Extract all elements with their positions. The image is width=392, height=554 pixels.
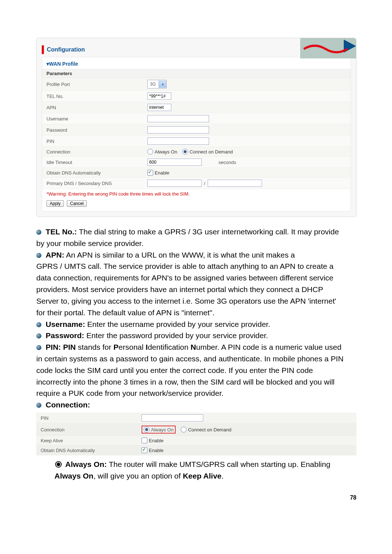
row2-pin: PIN [36, 413, 356, 424]
label-dns-pair: Primary DNS / Secondary DNS [46, 181, 147, 186]
idle-timeout-unit: seconds [219, 160, 236, 165]
row-dns-auto: Obtain DNS Automatically Enable [42, 168, 351, 178]
connection-screenshot: PIN Connection Always On Connect on Dema… [36, 413, 356, 455]
label-profile-port: Profile Port [46, 82, 147, 87]
bullet-icon [36, 253, 41, 258]
pin-input[interactable] [147, 138, 209, 145]
row-dns-pair: Primary DNS / Secondary DNS / [42, 178, 351, 189]
tel-no-input[interactable] [147, 93, 171, 100]
radio-connect-on-demand[interactable] [182, 149, 188, 155]
ring-bullet-icon [55, 461, 62, 468]
bullet-icon [36, 230, 41, 235]
row-username: Username [42, 113, 351, 124]
chk2-dns-auto[interactable] [142, 447, 147, 453]
secondary-dns-input[interactable] [208, 180, 262, 187]
term-apn: APN: [46, 251, 64, 259]
apn-input[interactable] [147, 104, 171, 111]
bullet-icon [36, 345, 41, 350]
radio2-connect-on-demand[interactable] [181, 427, 187, 432]
profile-port-select[interactable]: 3G ▾ [147, 80, 167, 89]
chk-dns-auto[interactable] [147, 170, 153, 176]
label-username: Username [46, 116, 147, 122]
dns-separator: / [204, 181, 205, 186]
label-apn: APN [46, 105, 147, 110]
bullet-icon [36, 322, 41, 327]
row-idle-timeout: Idle Timeout seconds [42, 157, 351, 168]
parameters-heading: Parameters [42, 69, 351, 78]
label-pin: PIN [46, 139, 147, 144]
term-pin: PIN: [46, 343, 61, 351]
primary-dns-input[interactable] [147, 180, 202, 187]
description-text: TEL No.: The dial string to make a GPRS … [36, 226, 356, 410]
label2-dns-auto: Obtain DNS Automatically [41, 448, 142, 453]
label-dns-auto: Obtain DNS Automatically [46, 170, 147, 176]
screenshot-header: Configuration [42, 42, 351, 57]
term-always-on: Always On: [65, 460, 107, 468]
row-apn: APN [42, 102, 351, 113]
term-connection: Connection: [46, 401, 90, 409]
label-idle-timeout: Idle Timeout [46, 160, 147, 165]
config-screenshot: Configuration ▾WAN Profile Parameters Pr… [36, 38, 356, 217]
row-password: Password [42, 124, 351, 136]
wan-profile-panel: ▾WAN Profile Parameters Profile Port 3G … [42, 57, 351, 212]
label2-pin: PIN [41, 415, 142, 421]
label-password: Password [46, 127, 147, 133]
always-on-description: Always On: The router will make UMTS/GPR… [36, 459, 356, 481]
page-number: 78 [36, 495, 356, 501]
row-connection: Connection Always On Connect on Demand [42, 147, 351, 157]
label-connection: Connection [46, 149, 147, 155]
header-accent-bar [42, 45, 44, 54]
row-tel-no: TEL No. [42, 91, 351, 102]
term-username: Username: [46, 320, 85, 328]
label2-keep-alive: Keep Alive [41, 438, 142, 443]
term-tel-no: TEL No.: [46, 227, 77, 236]
highlight-always-on: Always On [142, 426, 176, 434]
idle-timeout-input[interactable] [147, 159, 202, 166]
row-profile-port: Profile Port 3G ▾ [42, 78, 351, 91]
header-title: Configuration [47, 46, 85, 53]
row2-dns-auto: Obtain DNS Automatically Enable [36, 446, 356, 455]
opt-always-on: Always On [155, 149, 177, 155]
apply-button[interactable]: Apply [46, 200, 64, 207]
radio2-always-on[interactable] [144, 427, 150, 432]
section-title[interactable]: ▾WAN Profile [42, 61, 351, 69]
chevron-down-icon[interactable]: ▾ [159, 81, 166, 88]
opt-connect-on-demand: Connect on Demand [189, 149, 233, 155]
pin-warning: *Warning: Entering the wrong PIN code th… [42, 189, 351, 197]
label-tel-no: TEL No. [46, 94, 147, 99]
row2-keep-alive: Keep Alive Enable [36, 436, 356, 446]
radio-always-on[interactable] [147, 149, 153, 155]
bullet-icon [36, 333, 41, 338]
chk-keep-alive[interactable] [142, 438, 147, 443]
opt-dns-auto-enable: Enable [155, 170, 169, 176]
row-pin: PIN [42, 136, 351, 147]
username-input[interactable] [147, 115, 209, 122]
password-input[interactable] [147, 126, 209, 134]
bullet-icon [36, 403, 41, 408]
cancel-button[interactable]: Cancel [67, 200, 87, 207]
term-password: Password: [46, 331, 84, 340]
label2-connection: Connection [41, 427, 142, 432]
row2-connection: Connection Always On Connect on Demand [36, 424, 356, 436]
brand-logo [300, 38, 356, 58]
pin-input-2[interactable] [142, 414, 203, 422]
